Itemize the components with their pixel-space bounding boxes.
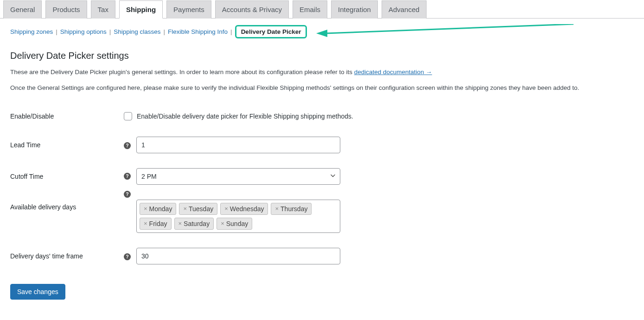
description-1-text: These are the Delivery Date Picker plugi…	[10, 69, 354, 75]
tag-remove-icon[interactable]: ×	[224, 205, 228, 212]
label-lead-time: Lead Time	[10, 129, 119, 161]
enable-checkbox-label: Enable/Disable delivery date picker for …	[137, 113, 353, 120]
tag-label: Saturday	[184, 220, 210, 227]
time-frame-input[interactable]	[136, 248, 340, 264]
tab-emails[interactable]: Emails	[293, 0, 327, 19]
tab-tax[interactable]: Tax	[91, 0, 115, 19]
tag-label: Thursday	[281, 205, 307, 213]
tag-remove-icon[interactable]: ×	[144, 220, 147, 227]
save-changes-button[interactable]: Save changes	[10, 284, 65, 300]
tag-sunday: ×Sunday	[217, 218, 252, 230]
settings-form: Enable/Disable Enable/Disable delivery d…	[10, 103, 634, 272]
label-time-frame: Delivery days' time frame	[10, 240, 119, 272]
subtab-shipping-classes[interactable]: Shipping classes	[114, 28, 160, 35]
tab-accounts[interactable]: Accounts & Privacy	[215, 0, 289, 19]
help-icon[interactable]: ?	[124, 191, 131, 198]
tag-label: Friday	[149, 220, 167, 227]
tag-monday: ×Monday	[140, 203, 176, 215]
divider: |	[56, 28, 57, 35]
description-2: Once the General Settings are configured…	[10, 83, 634, 93]
divider: |	[109, 28, 111, 35]
annotation-arrow-icon	[316, 24, 576, 39]
tab-products[interactable]: Products	[45, 0, 87, 19]
cutoff-time-select[interactable]: 2 PM	[136, 168, 340, 185]
tab-integration[interactable]: Integration	[331, 0, 378, 19]
tab-advanced[interactable]: Advanced	[382, 0, 427, 19]
page-title: Delivery Date Picker settings	[10, 50, 634, 61]
tag-remove-icon[interactable]: ×	[221, 220, 224, 227]
help-icon[interactable]: ?	[124, 173, 131, 180]
settings-tabs: General Products Tax Shipping Payments A…	[0, 0, 644, 19]
tab-shipping[interactable]: Shipping	[119, 0, 163, 19]
tab-payments[interactable]: Payments	[166, 0, 211, 19]
tab-general[interactable]: General	[3, 0, 42, 19]
subtab-delivery-date-picker[interactable]: Delivery Date Picker	[235, 25, 307, 38]
available-days-tagbox[interactable]: ×Monday ×Tuesday ×Wednesday ×Thursday ×F…	[136, 200, 340, 233]
tag-tuesday: ×Tuesday	[179, 203, 217, 215]
label-enable: Enable/Disable	[10, 103, 119, 129]
tag-thursday: ×Thursday	[271, 203, 312, 215]
divider: |	[164, 28, 166, 35]
tag-label: Sunday	[226, 220, 248, 227]
documentation-link[interactable]: dedicated documentation →	[354, 69, 432, 75]
help-icon[interactable]: ?	[124, 253, 131, 260]
tag-label: Tuesday	[189, 205, 213, 213]
enable-checkbox[interactable]	[124, 112, 132, 120]
subtab-flexible-shipping-info[interactable]: Flexible Shipping Info	[168, 28, 228, 35]
tag-wednesday: ×Wednesday	[220, 203, 268, 215]
tag-remove-icon[interactable]: ×	[183, 205, 187, 212]
tag-remove-icon[interactable]: ×	[144, 205, 147, 212]
description-1: These are the Delivery Date Picker plugi…	[10, 68, 634, 77]
label-available-days: Available delivery days	[10, 192, 119, 240]
tag-label: Monday	[149, 205, 172, 213]
subtab-shipping-zones[interactable]: Shipping zones	[10, 28, 53, 35]
help-icon[interactable]: ?	[124, 142, 131, 149]
tag-saturday: ×Saturday	[174, 218, 214, 230]
tag-remove-icon[interactable]: ×	[179, 220, 182, 227]
tag-remove-icon[interactable]: ×	[275, 205, 279, 212]
lead-time-input[interactable]	[136, 137, 340, 153]
tag-friday: ×Friday	[140, 218, 172, 230]
svg-marker-0	[316, 30, 327, 37]
subtab-shipping-options[interactable]: Shipping options	[60, 28, 107, 35]
tag-label: Wednesday	[230, 205, 264, 213]
divider: |	[230, 28, 232, 35]
shipping-subtabs: Shipping zones | Shipping options | Ship…	[10, 24, 634, 39]
label-cutoff-time: Cutoff Time	[10, 161, 119, 192]
